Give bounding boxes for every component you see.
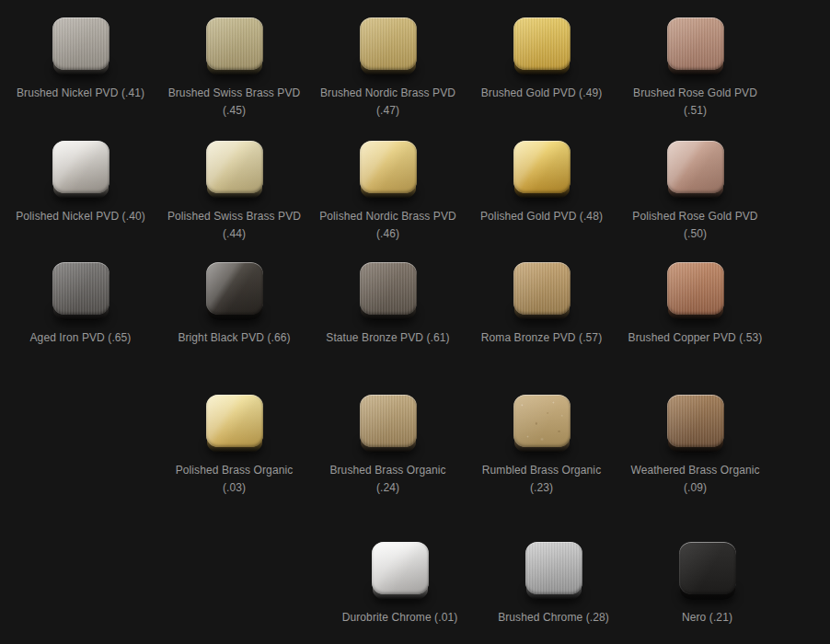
swatch-face <box>360 395 417 447</box>
finish-roma-bronze-pvd[interactable]: Roma Bronze PVD (.57) <box>465 262 618 347</box>
finish-aged-iron-pvd[interactable]: Aged Iron PVD (.65) <box>4 262 157 347</box>
finish-swatch <box>52 262 110 320</box>
finish-rumbled-brass-organic[interactable]: Rumbled Brass Organic (.23) <box>465 395 618 497</box>
finish-label: Brushed Gold PVD (.49) <box>481 85 603 102</box>
finish-swatch <box>679 542 736 600</box>
finish-swatch <box>360 395 417 453</box>
finish-swatch <box>360 141 417 199</box>
swatch-face <box>667 262 724 315</box>
finish-swatch <box>206 395 263 453</box>
swatch-face <box>525 542 582 594</box>
finish-brushed-brass-organic[interactable]: Brushed Brass Organic (.24) <box>311 395 465 497</box>
finish-label: Polished Rose Gold PVD (.50) <box>627 208 765 243</box>
finish-swatch <box>206 17 263 75</box>
finish-label: Polished Gold PVD (.48) <box>480 208 603 225</box>
finish-brushed-nickel-pvd[interactable]: Brushed Nickel PVD (.41) <box>4 17 157 120</box>
finish-swatch <box>667 17 724 75</box>
finish-label: Polished Brass Organic (.03) <box>166 462 304 497</box>
finish-label: Rumbled Brass Organic (.23) <box>473 462 611 497</box>
finish-swatch <box>525 542 582 600</box>
finish-swatch <box>667 395 724 453</box>
swatch-face <box>513 17 571 70</box>
swatch-face <box>52 17 110 70</box>
swatch-face <box>360 17 417 70</box>
finish-label: Brushed Rose Gold PVD (.51) <box>627 85 765 120</box>
finish-label: Polished Swiss Brass PVD (.44) <box>166 208 304 243</box>
finish-label: Aged Iron PVD (.65) <box>30 329 132 347</box>
finish-polished-brass-organic[interactable]: Polished Brass Organic (.03) <box>157 395 311 497</box>
finish-row-dark-bronze-pvd: Aged Iron PVD (.65) Bright Black PVD (.6… <box>4 262 772 347</box>
swatch-face <box>206 141 263 193</box>
finish-swatch <box>360 262 417 320</box>
finish-swatch <box>52 141 110 199</box>
finish-brushed-copper-pvd[interactable]: Brushed Copper PVD (.53) <box>618 262 772 347</box>
finish-label: Brushed Nickel PVD (.41) <box>17 85 144 102</box>
finish-label: Weathered Brass Organic (.09) <box>627 462 765 497</box>
swatch-face <box>667 141 724 193</box>
swatch-face <box>206 395 263 447</box>
swatch-face <box>513 141 571 193</box>
finish-polished-nordic-brass-pvd[interactable]: Polished Nordic Brass PVD (.46) <box>311 141 465 243</box>
finish-label: Durobrite Chrome (.01) <box>342 609 458 627</box>
finish-polished-gold-pvd[interactable]: Polished Gold PVD (.48) <box>465 141 618 243</box>
finish-row-brushed-pvd: Brushed Nickel PVD (.41) Brushed Swiss B… <box>4 17 772 120</box>
finish-selector-grid: Brushed Nickel PVD (.41) Brushed Swiss B… <box>0 0 830 644</box>
finish-statue-bronze-pvd[interactable]: Statue Bronze PVD (.61) <box>311 262 465 347</box>
finish-swatch <box>667 141 724 199</box>
swatch-face <box>513 395 571 447</box>
finish-polished-rose-gold-pvd[interactable]: Polished Rose Gold PVD (.50) <box>618 141 772 243</box>
finish-row-chrome-nero: Durobrite Chrome (.01) Brushed Chrome (.… <box>323 542 784 627</box>
finish-brushed-swiss-brass-pvd[interactable]: Brushed Swiss Brass PVD (.45) <box>157 17 311 120</box>
finish-swatch <box>52 17 110 75</box>
finish-swatch <box>667 262 724 320</box>
swatch-face <box>513 262 571 315</box>
swatch-face <box>667 17 724 70</box>
finish-label: Nero (.21) <box>682 609 732 627</box>
finish-weathered-brass-organic[interactable]: Weathered Brass Organic (.09) <box>618 395 772 497</box>
finish-swatch <box>513 395 571 453</box>
finish-label: Brushed Copper PVD (.53) <box>628 329 763 347</box>
finish-polished-nickel-pvd[interactable]: Polished Nickel PVD (.40) <box>4 141 157 243</box>
finish-bright-black-pvd[interactable]: Bright Black PVD (.66) <box>157 262 311 347</box>
finish-polished-swiss-brass-pvd[interactable]: Polished Swiss Brass PVD (.44) <box>157 141 311 243</box>
finish-swatch <box>206 262 263 320</box>
finish-label: Brushed Chrome (.28) <box>498 609 609 627</box>
finish-swatch <box>513 17 571 75</box>
swatch-face <box>360 141 417 193</box>
finish-label: Roma Bronze PVD (.57) <box>481 329 602 347</box>
finish-nero[interactable]: Nero (.21) <box>630 542 784 627</box>
swatch-face <box>52 141 110 193</box>
finish-row-brass-organic: Polished Brass Organic (.03) Brushed Bra… <box>157 395 772 497</box>
swatch-face <box>372 542 429 594</box>
finish-label: Brushed Brass Organic (.24) <box>319 462 457 497</box>
finish-label: Polished Nordic Brass PVD (.46) <box>319 208 457 243</box>
finish-label: Statue Bronze PVD (.61) <box>326 329 449 347</box>
finish-label: Brushed Nordic Brass PVD (.47) <box>319 85 457 120</box>
finish-brushed-gold-pvd[interactable]: Brushed Gold PVD (.49) <box>465 17 618 120</box>
swatch-face <box>667 395 724 447</box>
finish-row-polished-pvd: Polished Nickel PVD (.40) Polished Swiss… <box>4 141 772 243</box>
finish-swatch <box>206 141 263 199</box>
finish-brushed-chrome[interactable]: Brushed Chrome (.28) <box>477 542 630 627</box>
finish-swatch <box>372 542 429 600</box>
finish-brushed-nordic-brass-pvd[interactable]: Brushed Nordic Brass PVD (.47) <box>311 17 465 120</box>
finish-durobrite-chrome[interactable]: Durobrite Chrome (.01) <box>323 542 477 627</box>
finish-label: Polished Nickel PVD (.40) <box>16 208 145 225</box>
swatch-face <box>52 262 110 315</box>
finish-label: Bright Black PVD (.66) <box>178 329 290 347</box>
swatch-face <box>206 17 263 70</box>
swatch-face <box>206 262 263 315</box>
finish-swatch <box>513 262 571 320</box>
swatch-face <box>679 542 736 594</box>
swatch-face <box>360 262 417 315</box>
finish-label: Brushed Swiss Brass PVD (.45) <box>166 85 304 120</box>
finish-swatch <box>513 141 571 199</box>
finish-brushed-rose-gold-pvd[interactable]: Brushed Rose Gold PVD (.51) <box>618 17 772 120</box>
finish-swatch <box>360 17 417 75</box>
